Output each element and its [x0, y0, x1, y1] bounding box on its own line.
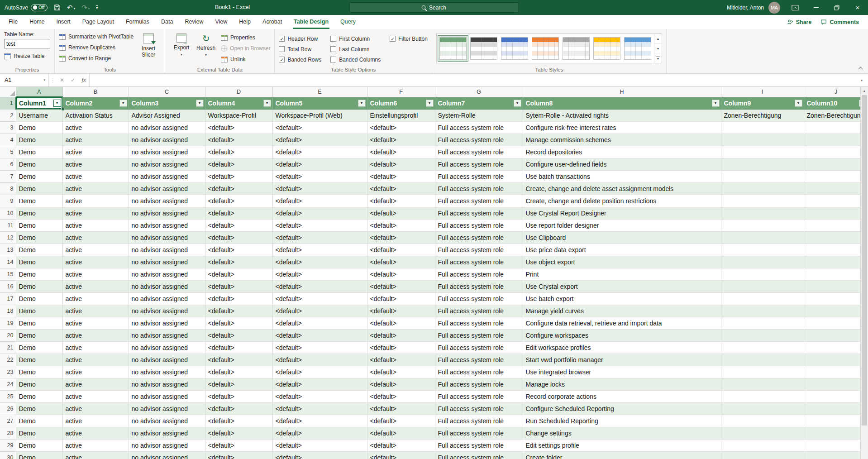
cell-H26[interactable]: Configure Scheduled Reporting [523, 402, 721, 415]
cell-C10[interactable]: no advisor assigned [129, 207, 205, 219]
cell-J19[interactable] [804, 317, 868, 329]
cell-B9[interactable]: active [62, 195, 129, 207]
cell-A19[interactable]: Demo [16, 317, 62, 329]
redo-button[interactable]: ↷ ▾ [81, 4, 90, 11]
cell-H22[interactable]: Start vwd portfolio manager [523, 354, 721, 366]
row-header-14[interactable]: 14 [0, 256, 16, 268]
tab-help[interactable]: Help [233, 15, 257, 29]
undo-button[interactable]: ↶ ▾ [67, 4, 75, 11]
cell-D18[interactable]: <default> [205, 305, 272, 317]
cell-G16[interactable]: Full access system role [435, 280, 523, 292]
cell-A13[interactable]: Demo [16, 244, 62, 256]
cell-C20[interactable]: no advisor assigned [129, 329, 205, 341]
cell-A12[interactable]: Demo [16, 231, 62, 244]
row-header-24[interactable]: 24 [0, 378, 16, 390]
cell-F12[interactable]: <default> [367, 231, 435, 244]
cell-A30[interactable]: Demo [16, 451, 62, 459]
cell-C16[interactable]: no advisor assigned [129, 280, 205, 292]
cell-F8[interactable]: <default> [367, 182, 435, 195]
cell-F24[interactable]: <default> [367, 378, 435, 390]
cell-C19[interactable]: no advisor assigned [129, 317, 205, 329]
cell-G23[interactable]: Full access system role [435, 366, 523, 378]
cell-H5[interactable]: Record depositories [523, 146, 721, 158]
customize-qat-button[interactable]: ▾ [96, 5, 98, 10]
cell-G22[interactable]: Full access system role [435, 354, 523, 366]
cell-E28[interactable]: <default> [272, 427, 367, 439]
row-header-7[interactable]: 7 [0, 170, 16, 182]
cell-B23[interactable]: active [62, 366, 129, 378]
cell-B7[interactable]: active [62, 170, 129, 182]
cell-J23[interactable] [804, 366, 868, 378]
table-name-input[interactable] [4, 39, 50, 48]
restore-button[interactable] [826, 0, 847, 15]
cell-I18[interactable] [721, 305, 804, 317]
user-name[interactable]: Mitleider, Anton [727, 5, 764, 11]
cell-B16[interactable]: active [62, 280, 129, 292]
cell-I11[interactable] [721, 219, 804, 231]
row-header-3[interactable]: 3 [0, 121, 16, 134]
cell-D22[interactable]: <default> [205, 354, 272, 366]
cell-D6[interactable]: <default> [205, 158, 272, 170]
cell-G29[interactable]: Full access system role [435, 439, 523, 451]
cell-A27[interactable]: Demo [16, 415, 62, 427]
avatar[interactable]: MA [768, 2, 780, 14]
tab-table-design[interactable]: Table Design [288, 15, 334, 29]
cell-J10[interactable] [804, 207, 868, 219]
cell-D29[interactable]: <default> [205, 439, 272, 451]
cell-D23[interactable]: <default> [205, 366, 272, 378]
cell-A3[interactable]: Demo [16, 121, 62, 134]
row-header-5[interactable]: 5 [0, 146, 16, 158]
cell-J28[interactable] [804, 427, 868, 439]
cell-B21[interactable]: active [62, 341, 129, 354]
ribbon-display-options-button[interactable] [785, 0, 806, 15]
cell-C24[interactable]: no advisor assigned [129, 378, 205, 390]
cell-D1[interactable]: Column4▾ [205, 97, 272, 109]
checkbox-total-row[interactable]: Total Row [279, 44, 321, 54]
checkbox-banded-rows[interactable]: ✓Banded Rows [279, 54, 321, 65]
cell-C26[interactable]: no advisor assigned [129, 402, 205, 415]
cell-E29[interactable]: <default> [272, 439, 367, 451]
cell-H17[interactable]: Use batch export [523, 292, 721, 305]
open-in-browser-button[interactable]: Open in Browser [221, 43, 270, 54]
cell-D25[interactable]: <default> [205, 390, 272, 402]
cell-F11[interactable]: <default> [367, 219, 435, 231]
table-style-green[interactable] [438, 35, 468, 62]
cell-D5[interactable]: <default> [205, 146, 272, 158]
cell-A16[interactable]: Demo [16, 280, 62, 292]
cell-F15[interactable]: <default> [367, 268, 435, 280]
cell-H19[interactable]: Configure data retrieval, retrieve and i… [523, 317, 721, 329]
row-header-8[interactable]: 8 [0, 182, 16, 195]
cell-I29[interactable] [721, 439, 804, 451]
row-header-28[interactable]: 28 [0, 427, 16, 439]
row-header-29[interactable]: 29 [0, 439, 16, 451]
cell-I12[interactable] [721, 231, 804, 244]
cell-C22[interactable]: no advisor assigned [129, 354, 205, 366]
column-header-H[interactable]: H [523, 87, 721, 97]
tab-review[interactable]: Review [179, 15, 209, 29]
cell-G5[interactable]: Full access system role [435, 146, 523, 158]
cell-J7[interactable] [804, 170, 868, 182]
cell-J15[interactable] [804, 268, 868, 280]
cell-E11[interactable]: <default> [272, 219, 367, 231]
cell-G20[interactable]: Full access system role [435, 329, 523, 341]
cell-J11[interactable] [804, 219, 868, 231]
cell-J6[interactable] [804, 158, 868, 170]
remove-duplicates-button[interactable]: Remove Duplicates [59, 42, 134, 53]
cell-H4[interactable]: Manage commission schemes [523, 134, 721, 146]
cell-B17[interactable]: active [62, 292, 129, 305]
cell-C8[interactable]: no advisor assigned [129, 182, 205, 195]
cell-G4[interactable]: Full access system role [435, 134, 523, 146]
cell-E8[interactable]: <default> [272, 182, 367, 195]
cell-I23[interactable] [721, 366, 804, 378]
convert-to-range-button[interactable]: Convert to Range [59, 53, 134, 64]
cell-C29[interactable]: no advisor assigned [129, 439, 205, 451]
tab-file[interactable]: File [3, 15, 24, 29]
cell-E12[interactable]: <default> [272, 231, 367, 244]
cell-C13[interactable]: no advisor assigned [129, 244, 205, 256]
cell-D3[interactable]: <default> [205, 121, 272, 134]
cell-D10[interactable]: <default> [205, 207, 272, 219]
filter-button[interactable]: ▾ [263, 100, 271, 107]
cell-I6[interactable] [721, 158, 804, 170]
cell-A22[interactable]: Demo [16, 354, 62, 366]
table-style-blue[interactable] [499, 35, 530, 62]
